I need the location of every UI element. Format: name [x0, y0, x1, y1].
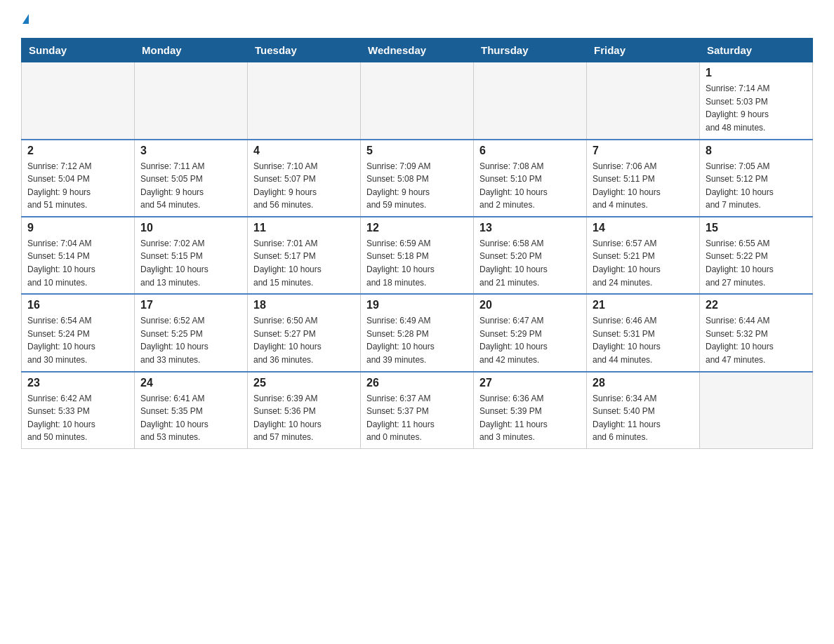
day-info: Sunrise: 6:46 AM Sunset: 5:31 PM Dayligh… [593, 314, 694, 366]
calendar-cell: 26Sunrise: 6:37 AM Sunset: 5:37 PM Dayli… [361, 372, 474, 449]
day-number: 12 [366, 222, 468, 234]
day-info: Sunrise: 6:39 AM Sunset: 5:36 PM Dayligh… [253, 392, 355, 444]
calendar-cell: 10Sunrise: 7:02 AM Sunset: 5:15 PM Dayli… [135, 217, 248, 294]
calendar-cell: 6Sunrise: 7:08 AM Sunset: 5:10 PM Daylig… [474, 140, 587, 217]
day-number: 21 [593, 299, 694, 311]
calendar-week-row: 2Sunrise: 7:12 AM Sunset: 5:04 PM Daylig… [22, 140, 813, 217]
calendar-cell: 12Sunrise: 6:59 AM Sunset: 5:18 PM Dayli… [361, 217, 474, 294]
day-number: 19 [366, 299, 468, 311]
calendar-week-row: 23Sunrise: 6:42 AM Sunset: 5:33 PM Dayli… [22, 372, 813, 449]
day-info: Sunrise: 7:14 AM Sunset: 5:03 PM Dayligh… [706, 82, 807, 134]
calendar-cell: 17Sunrise: 6:52 AM Sunset: 5:25 PM Dayli… [135, 294, 248, 371]
day-info: Sunrise: 6:55 AM Sunset: 5:22 PM Dayligh… [706, 237, 807, 289]
day-info: Sunrise: 7:06 AM Sunset: 5:11 PM Dayligh… [593, 160, 694, 212]
day-number: 18 [253, 299, 355, 311]
calendar-cell: 18Sunrise: 6:50 AM Sunset: 5:27 PM Dayli… [248, 294, 361, 371]
day-info: Sunrise: 7:09 AM Sunset: 5:08 PM Dayligh… [366, 160, 468, 212]
column-header-wednesday: Wednesday [361, 39, 474, 62]
day-number: 17 [140, 299, 241, 311]
calendar-week-row: 1Sunrise: 7:14 AM Sunset: 5:03 PM Daylig… [22, 62, 813, 140]
calendar-cell: 23Sunrise: 6:42 AM Sunset: 5:33 PM Dayli… [22, 372, 135, 449]
calendar-cell: 4Sunrise: 7:10 AM Sunset: 5:07 PM Daylig… [248, 140, 361, 217]
day-number: 20 [479, 299, 581, 311]
day-info: Sunrise: 6:44 AM Sunset: 5:32 PM Dayligh… [706, 314, 807, 366]
calendar-cell [587, 62, 700, 140]
calendar-cell [361, 62, 474, 140]
page-header [21, 17, 813, 27]
day-info: Sunrise: 6:57 AM Sunset: 5:21 PM Dayligh… [593, 237, 694, 289]
day-number: 2 [27, 145, 128, 157]
calendar-cell: 14Sunrise: 6:57 AM Sunset: 5:21 PM Dayli… [587, 217, 700, 294]
calendar-cell: 22Sunrise: 6:44 AM Sunset: 5:32 PM Dayli… [700, 294, 813, 371]
day-info: Sunrise: 6:59 AM Sunset: 5:18 PM Dayligh… [366, 237, 468, 289]
day-info: Sunrise: 7:11 AM Sunset: 5:05 PM Dayligh… [140, 160, 241, 212]
day-info: Sunrise: 7:12 AM Sunset: 5:04 PM Dayligh… [27, 160, 128, 212]
calendar-cell: 24Sunrise: 6:41 AM Sunset: 5:35 PM Dayli… [135, 372, 248, 449]
day-info: Sunrise: 6:41 AM Sunset: 5:35 PM Dayligh… [140, 392, 241, 444]
day-number: 8 [706, 145, 807, 157]
calendar-cell: 15Sunrise: 6:55 AM Sunset: 5:22 PM Dayli… [700, 217, 813, 294]
calendar-cell: 21Sunrise: 6:46 AM Sunset: 5:31 PM Dayli… [587, 294, 700, 371]
day-number: 24 [140, 377, 241, 389]
day-number: 27 [479, 377, 581, 389]
day-info: Sunrise: 6:37 AM Sunset: 5:37 PM Dayligh… [366, 392, 468, 444]
day-info: Sunrise: 7:01 AM Sunset: 5:17 PM Dayligh… [253, 237, 355, 289]
day-number: 9 [27, 222, 128, 234]
day-number: 7 [593, 145, 694, 157]
calendar-cell: 3Sunrise: 7:11 AM Sunset: 5:05 PM Daylig… [135, 140, 248, 217]
day-info: Sunrise: 6:49 AM Sunset: 5:28 PM Dayligh… [366, 314, 468, 366]
day-info: Sunrise: 7:04 AM Sunset: 5:14 PM Dayligh… [27, 237, 128, 289]
day-number: 1 [706, 67, 807, 79]
day-number: 28 [593, 377, 694, 389]
calendar-cell: 11Sunrise: 7:01 AM Sunset: 5:17 PM Dayli… [248, 217, 361, 294]
calendar-cell: 27Sunrise: 6:36 AM Sunset: 5:39 PM Dayli… [474, 372, 587, 449]
day-number: 26 [366, 377, 468, 389]
day-info: Sunrise: 6:34 AM Sunset: 5:40 PM Dayligh… [593, 392, 694, 444]
calendar-cell: 25Sunrise: 6:39 AM Sunset: 5:36 PM Dayli… [248, 372, 361, 449]
day-info: Sunrise: 7:08 AM Sunset: 5:10 PM Dayligh… [479, 160, 581, 212]
calendar-cell [474, 62, 587, 140]
day-number: 11 [253, 222, 355, 234]
calendar-cell: 7Sunrise: 7:06 AM Sunset: 5:11 PM Daylig… [587, 140, 700, 217]
calendar-header-row: SundayMondayTuesdayWednesdayThursdayFrid… [22, 39, 813, 62]
calendar-cell [248, 62, 361, 140]
day-number: 14 [593, 222, 694, 234]
day-info: Sunrise: 6:47 AM Sunset: 5:29 PM Dayligh… [479, 314, 581, 366]
day-number: 3 [140, 145, 241, 157]
column-header-thursday: Thursday [474, 39, 587, 62]
column-header-sunday: Sunday [22, 39, 135, 62]
day-info: Sunrise: 6:58 AM Sunset: 5:20 PM Dayligh… [479, 237, 581, 289]
day-info: Sunrise: 7:05 AM Sunset: 5:12 PM Dayligh… [706, 160, 807, 212]
calendar-cell: 13Sunrise: 6:58 AM Sunset: 5:20 PM Dayli… [474, 217, 587, 294]
logo [21, 17, 29, 27]
calendar-cell: 20Sunrise: 6:47 AM Sunset: 5:29 PM Dayli… [474, 294, 587, 371]
calendar-cell: 28Sunrise: 6:34 AM Sunset: 5:40 PM Dayli… [587, 372, 700, 449]
logo-triangle-icon [22, 14, 29, 24]
day-number: 4 [253, 145, 355, 157]
day-number: 6 [479, 145, 581, 157]
day-info: Sunrise: 6:54 AM Sunset: 5:24 PM Dayligh… [27, 314, 128, 366]
calendar-week-row: 16Sunrise: 6:54 AM Sunset: 5:24 PM Dayli… [22, 294, 813, 371]
day-number: 25 [253, 377, 355, 389]
calendar-week-row: 9Sunrise: 7:04 AM Sunset: 5:14 PM Daylig… [22, 217, 813, 294]
day-number: 23 [27, 377, 128, 389]
day-number: 13 [479, 222, 581, 234]
calendar-cell: 16Sunrise: 6:54 AM Sunset: 5:24 PM Dayli… [22, 294, 135, 371]
calendar-cell: 1Sunrise: 7:14 AM Sunset: 5:03 PM Daylig… [700, 62, 813, 140]
column-header-monday: Monday [135, 39, 248, 62]
day-info: Sunrise: 6:36 AM Sunset: 5:39 PM Dayligh… [479, 392, 581, 444]
calendar-cell: 2Sunrise: 7:12 AM Sunset: 5:04 PM Daylig… [22, 140, 135, 217]
calendar-cell: 8Sunrise: 7:05 AM Sunset: 5:12 PM Daylig… [700, 140, 813, 217]
day-info: Sunrise: 7:02 AM Sunset: 5:15 PM Dayligh… [140, 237, 241, 289]
day-info: Sunrise: 6:50 AM Sunset: 5:27 PM Dayligh… [253, 314, 355, 366]
day-info: Sunrise: 7:10 AM Sunset: 5:07 PM Dayligh… [253, 160, 355, 212]
calendar-cell: 19Sunrise: 6:49 AM Sunset: 5:28 PM Dayli… [361, 294, 474, 371]
column-header-saturday: Saturday [700, 39, 813, 62]
calendar-cell: 9Sunrise: 7:04 AM Sunset: 5:14 PM Daylig… [22, 217, 135, 294]
calendar-cell [135, 62, 248, 140]
day-number: 22 [706, 299, 807, 311]
day-number: 15 [706, 222, 807, 234]
calendar-cell: 5Sunrise: 7:09 AM Sunset: 5:08 PM Daylig… [361, 140, 474, 217]
calendar-cell [22, 62, 135, 140]
column-header-tuesday: Tuesday [248, 39, 361, 62]
